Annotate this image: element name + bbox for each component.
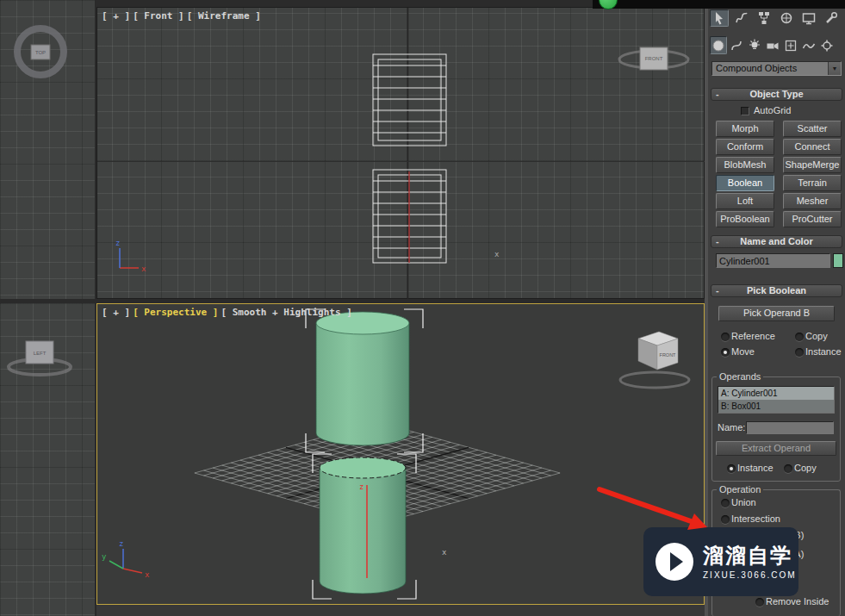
motion-tab-icon[interactable] xyxy=(777,9,796,27)
object-color-swatch[interactable] xyxy=(833,253,843,268)
operand-item-a[interactable]: A: Cylinder001 xyxy=(718,387,834,400)
viewcube-top-label: TOP xyxy=(35,50,46,55)
cameras-category-icon[interactable] xyxy=(764,36,781,54)
z-axis-label: z xyxy=(359,482,363,491)
helpers-category-icon[interactable] xyxy=(782,36,799,54)
viewport-pov-menu[interactable]: [ Front ] xyxy=(133,10,184,22)
button-loft[interactable]: Loft xyxy=(716,193,774,209)
chevron-down-icon[interactable]: ▼ xyxy=(828,62,841,75)
operands-listbox[interactable]: A: Cylinder001 B: Box001 xyxy=(718,386,835,414)
extract-operand-button[interactable]: Extract Operand xyxy=(716,441,836,456)
button-proboolean[interactable]: ProBoolean xyxy=(716,211,774,227)
create-tab-icon[interactable] xyxy=(710,9,729,27)
front-viewcube[interactable]: FRONT xyxy=(619,47,688,70)
viewport-general-menu[interactable]: [ + ] xyxy=(102,10,130,22)
titlebar-fragment xyxy=(593,0,845,9)
radio-copy[interactable] xyxy=(795,333,804,341)
viewport-left-partial[interactable]: LEFT xyxy=(0,303,95,616)
left-viewport-gizmo: LEFT xyxy=(0,303,95,616)
operation-group-title: Operation xyxy=(717,484,763,495)
category-dropdown[interactable]: Compound Objects ▼ xyxy=(711,61,842,76)
radio-instance[interactable] xyxy=(795,348,804,357)
z-axis-label: z xyxy=(115,239,120,247)
perspective-axis-tripod: z x y xyxy=(102,539,150,579)
perspective-viewcube[interactable]: FRONT xyxy=(620,332,689,388)
utilities-tab-icon[interactable] xyxy=(822,9,841,27)
operand-name-label: Name: xyxy=(718,422,745,432)
operand-name-input[interactable] xyxy=(746,421,834,434)
hierarchy-tab-icon[interactable] xyxy=(755,9,774,27)
viewport-splitter-horizontal[interactable] xyxy=(0,299,705,303)
modify-tab-icon[interactable] xyxy=(732,9,751,27)
viewcube-label: FRONT xyxy=(645,56,663,61)
y-axis-label: y xyxy=(102,552,107,561)
rollout-pick-boolean[interactable]: Pick Boolean xyxy=(711,284,842,297)
radio-extract-instance[interactable] xyxy=(727,464,736,473)
shapes-category-icon[interactable] xyxy=(728,36,745,54)
lights-category-icon[interactable] xyxy=(746,36,763,54)
command-panel: Compound Objects ▼ Object Type AutoGrid … xyxy=(708,0,845,616)
hidden-edge-ellipse xyxy=(320,457,406,478)
watermark-brand: 溜溜自学 xyxy=(703,544,797,567)
systems-category-icon[interactable] xyxy=(818,36,836,54)
radio-remove-inside-label[interactable]: Remove Inside xyxy=(766,596,829,607)
x-axis-label: x xyxy=(145,570,150,579)
radio-reference[interactable] xyxy=(721,333,730,341)
radio-instance-label[interactable]: Instance xyxy=(805,346,842,357)
x-coordinate-label: x xyxy=(494,250,500,258)
pick-operand-b-button[interactable]: Pick Operand B xyxy=(718,306,835,321)
button-procutter[interactable]: ProCutter xyxy=(783,211,842,227)
button-mesher[interactable]: Mesher xyxy=(783,193,842,209)
viewport-perspective[interactable]: [ + ][ Perspective ][ Smooth + Highlight… xyxy=(96,303,705,605)
y-axis-icon xyxy=(109,561,123,569)
operand-cylinder-bottom[interactable] xyxy=(320,457,406,594)
perspective-viewport-canvas: z x FRONT z xyxy=(97,304,704,604)
wireframe-box-upper[interactable] xyxy=(373,54,446,146)
viewport-top-partial[interactable]: TOP xyxy=(0,0,95,299)
viewport-top-edge xyxy=(96,0,593,7)
spacewarps-category-icon[interactable] xyxy=(800,36,817,54)
button-boolean[interactable]: Boolean xyxy=(716,175,774,191)
radio-copy-label[interactable]: Copy xyxy=(805,331,828,341)
button-scatter[interactable]: Scatter xyxy=(783,121,842,137)
button-morph[interactable]: Morph xyxy=(716,121,774,137)
geometry-category-icon[interactable] xyxy=(710,36,727,54)
viewport-splitter-vertical[interactable] xyxy=(95,0,96,616)
rollout-object-type[interactable]: Object Type xyxy=(711,88,842,101)
viewport-shading-menu[interactable]: [ Wireframe ] xyxy=(187,10,261,22)
viewport-shading-menu[interactable]: [ Smooth + Highlights ] xyxy=(221,307,351,318)
category-dropdown-value: Compound Objects xyxy=(716,63,797,73)
rollout-title: Object Type xyxy=(749,89,803,99)
radio-move[interactable] xyxy=(721,348,730,357)
front-viewport-canvas: FRONT x z x xyxy=(97,8,705,300)
radio-intersection-label[interactable]: Intersection xyxy=(731,513,780,524)
radio-union-label[interactable]: Union xyxy=(731,497,756,507)
radio-extract-copy[interactable] xyxy=(784,464,792,473)
viewport-general-menu[interactable]: [ + ] xyxy=(102,307,130,318)
display-tab-icon[interactable] xyxy=(799,9,818,27)
button-conform[interactable]: Conform xyxy=(716,139,774,155)
rollout-title: Name and Color xyxy=(740,236,812,246)
object-name-input[interactable] xyxy=(716,253,830,268)
radio-move-label[interactable]: Move xyxy=(731,346,755,357)
radio-remove-inside[interactable] xyxy=(755,598,764,607)
rollout-name-and-color[interactable]: Name and Color xyxy=(711,235,842,248)
operand-cylinder-top[interactable] xyxy=(316,312,409,445)
watermark-site: ZIXUE.3066.COM xyxy=(703,570,797,580)
button-shapemerge[interactable]: ShapeMerge xyxy=(783,157,842,173)
viewport-pov-menu[interactable]: [ Perspective ] xyxy=(133,307,218,318)
autogrid-checkbox[interactable] xyxy=(741,107,749,115)
radio-extract-instance-label[interactable]: Instance xyxy=(737,463,774,473)
operands-group-title: Operands xyxy=(717,371,763,382)
viewcube-ring[interactable] xyxy=(620,372,689,388)
button-blobmesh[interactable]: BlobMesh xyxy=(716,157,774,173)
button-terrain[interactable]: Terrain xyxy=(783,175,842,191)
radio-reference-label[interactable]: Reference xyxy=(731,331,775,341)
play-icon xyxy=(655,543,693,581)
perspective-viewport-menus: [ + ][ Perspective ][ Smooth + Highlight… xyxy=(102,307,355,318)
button-connect[interactable]: Connect xyxy=(783,139,842,155)
3dsmax-window: TOP LEFT [ + ][ Front ][ Wireframe ] xyxy=(0,0,845,616)
viewport-front[interactable]: [ + ][ Front ][ Wireframe ] FRO xyxy=(96,7,705,299)
radio-extract-copy-label[interactable]: Copy xyxy=(794,463,817,473)
operand-item-b[interactable]: B: Box001 xyxy=(718,400,834,413)
